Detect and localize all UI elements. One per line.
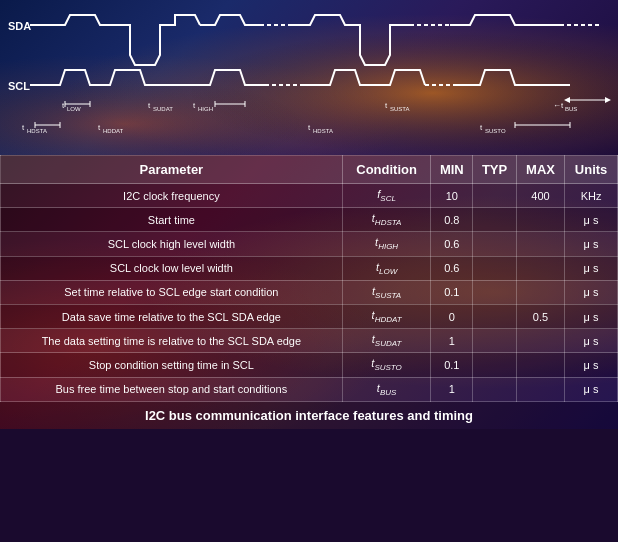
table-row: Start time tHDSTA 0.8 μ s <box>1 208 618 232</box>
t-bus-sub: BUS <box>565 106 577 112</box>
t-susta-sub: SUSTA <box>390 106 410 112</box>
cell-min: 1 <box>431 377 473 401</box>
cell-min: 1 <box>431 329 473 353</box>
table-row: Set time relative to SCL edge start cond… <box>1 280 618 304</box>
table-row: Bus free time between stop and start con… <box>1 377 618 401</box>
header-parameter: Parameter <box>1 156 343 184</box>
cell-units: μ s <box>565 353 618 377</box>
table-row: I2C clock frequency fSCL 10 400 KHz <box>1 184 618 208</box>
t-hdsta-sub: HDSTA <box>27 128 47 134</box>
cell-typ <box>473 353 517 377</box>
table-header-row: Parameter Condition MIN TYP MAX Units <box>1 156 618 184</box>
cell-typ <box>473 184 517 208</box>
cell-units: KHz <box>565 184 618 208</box>
header-typ: TYP <box>473 156 517 184</box>
cell-typ <box>473 232 517 256</box>
cell-condition: fSCL <box>342 184 431 208</box>
cell-typ <box>473 304 517 328</box>
cell-condition: tHDSTA <box>342 208 431 232</box>
cell-typ <box>473 377 517 401</box>
t-high-sub: HIGH <box>198 106 213 112</box>
cell-max <box>516 353 564 377</box>
table-row: The data setting time is relative to the… <box>1 329 618 353</box>
cell-max <box>516 232 564 256</box>
cell-units: μ s <box>565 208 618 232</box>
cell-units: μ s <box>565 280 618 304</box>
t-susto-sub: SUSTO <box>485 128 506 134</box>
cell-typ <box>473 256 517 280</box>
cell-parameter: SCL clock high level width <box>1 232 343 256</box>
sda-label: SDA <box>8 20 31 32</box>
scl-label: SCL <box>8 80 30 92</box>
cell-max <box>516 377 564 401</box>
cell-parameter: The data setting time is relative to the… <box>1 329 343 353</box>
table-row: SCL clock low level width tLOW 0.6 μ s <box>1 256 618 280</box>
cell-typ <box>473 280 517 304</box>
cell-condition: tSUDAT <box>342 329 431 353</box>
cell-min: 0.6 <box>431 256 473 280</box>
timing-table: Parameter Condition MIN TYP MAX Units I2… <box>0 155 618 429</box>
header-min: MIN <box>431 156 473 184</box>
cell-max: 400 <box>516 184 564 208</box>
cell-min: 10 <box>431 184 473 208</box>
t-hddat-sub: HDDAT <box>103 128 124 134</box>
cell-condition: tSUSTO <box>342 353 431 377</box>
table-row: Data save time relative to the SCL SDA e… <box>1 304 618 328</box>
cell-units: μ s <box>565 304 618 328</box>
t-low-sub: LOW <box>67 106 81 112</box>
header-max: MAX <box>516 156 564 184</box>
cell-parameter: Bus free time between stop and start con… <box>1 377 343 401</box>
cell-condition: tLOW <box>342 256 431 280</box>
cell-max: 0.5 <box>516 304 564 328</box>
cell-parameter: Stop condition setting time in SCL <box>1 353 343 377</box>
cell-parameter: SCL clock low level width <box>1 256 343 280</box>
cell-min: 0 <box>431 304 473 328</box>
cell-max <box>516 256 564 280</box>
table-row: SCL clock high level width tHIGH 0.6 μ s <box>1 232 618 256</box>
cell-max <box>516 208 564 232</box>
cell-units: μ s <box>565 377 618 401</box>
cell-units: μ s <box>565 232 618 256</box>
cell-condition: tSUSTA <box>342 280 431 304</box>
cell-parameter: I2C clock frequency <box>1 184 343 208</box>
t-sudat-sub: SUDAT <box>153 106 173 112</box>
cell-min: 0.6 <box>431 232 473 256</box>
cell-min: 0.8 <box>431 208 473 232</box>
t-hdsta2-sub: HDSTA <box>313 128 333 134</box>
cell-parameter: Set time relative to SCL edge start cond… <box>1 280 343 304</box>
cell-min: 0.1 <box>431 280 473 304</box>
cell-min: 0.1 <box>431 353 473 377</box>
cell-condition: tHIGH <box>342 232 431 256</box>
header-condition: Condition <box>342 156 431 184</box>
cell-condition: tBUS <box>342 377 431 401</box>
cell-typ <box>473 329 517 353</box>
cell-max <box>516 329 564 353</box>
timing-diagram: SDA SCL t HDSTA t LOW t <box>0 0 618 155</box>
cell-typ <box>473 208 517 232</box>
cell-max <box>516 280 564 304</box>
cell-parameter: Start time <box>1 208 343 232</box>
header-units: Units <box>565 156 618 184</box>
cell-units: μ s <box>565 329 618 353</box>
table-row: Stop condition setting time in SCL tSUST… <box>1 353 618 377</box>
footer-text: I2C bus communication interface features… <box>0 402 618 429</box>
cell-units: μ s <box>565 256 618 280</box>
t-bus-label: ←t <box>553 101 564 110</box>
cell-condition: tHDDAT <box>342 304 431 328</box>
cell-parameter: Data save time relative to the SCL SDA e… <box>1 304 343 328</box>
